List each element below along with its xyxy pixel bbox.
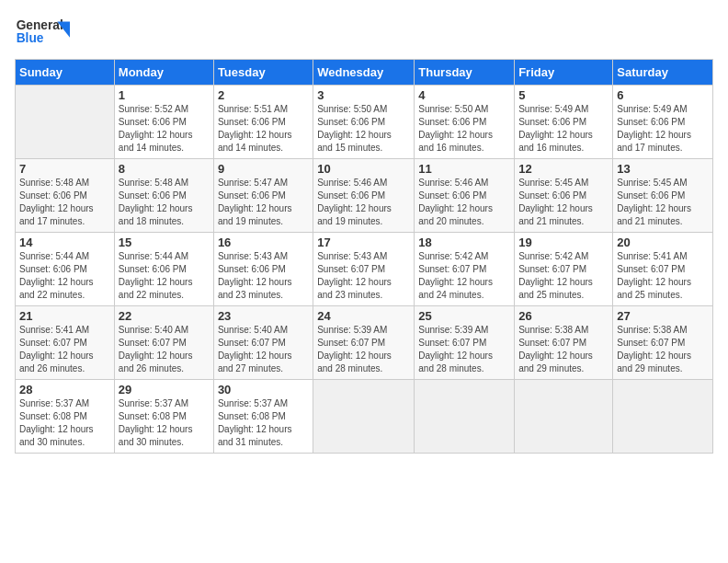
day-number: 9 <box>218 162 309 176</box>
day-info: Sunrise: 5:51 AM Sunset: 6:06 PM Dayligh… <box>218 103 309 155</box>
day-cell: 21Sunrise: 5:41 AM Sunset: 6:07 PM Dayli… <box>16 306 115 380</box>
day-cell: 9Sunrise: 5:47 AM Sunset: 6:06 PM Daylig… <box>213 159 313 233</box>
logo-icon: General Blue <box>15 15 70 52</box>
day-cell: 26Sunrise: 5:38 AM Sunset: 6:07 PM Dayli… <box>515 306 613 380</box>
day-info: Sunrise: 5:38 AM Sunset: 6:07 PM Dayligh… <box>617 324 709 375</box>
day-number: 17 <box>317 236 410 249</box>
day-number: 8 <box>119 162 210 176</box>
day-number: 23 <box>218 309 309 323</box>
day-info: Sunrise: 5:41 AM Sunset: 6:07 PM Dayligh… <box>19 324 110 375</box>
day-info: Sunrise: 5:49 AM Sunset: 6:06 PM Dayligh… <box>617 103 709 155</box>
day-number: 5 <box>518 88 609 102</box>
day-info: Sunrise: 5:48 AM Sunset: 6:06 PM Dayligh… <box>119 177 210 228</box>
day-cell <box>613 380 713 454</box>
day-cell: 25Sunrise: 5:39 AM Sunset: 6:07 PM Dayli… <box>415 306 515 380</box>
day-number: 15 <box>119 236 210 249</box>
day-info: Sunrise: 5:40 AM Sunset: 6:07 PM Dayligh… <box>218 324 309 375</box>
day-number: 13 <box>617 162 709 176</box>
day-info: Sunrise: 5:42 AM Sunset: 6:07 PM Dayligh… <box>418 250 510 302</box>
day-cell: 18Sunrise: 5:42 AM Sunset: 6:07 PM Dayli… <box>415 233 515 306</box>
day-cell: 4Sunrise: 5:50 AM Sunset: 6:06 PM Daylig… <box>415 86 515 159</box>
calendar-table: SundayMondayTuesdayWednesdayThursdayFrid… <box>15 59 713 454</box>
day-cell <box>16 86 115 159</box>
day-cell: 16Sunrise: 5:43 AM Sunset: 6:06 PM Dayli… <box>213 233 313 306</box>
day-cell: 24Sunrise: 5:39 AM Sunset: 6:07 PM Dayli… <box>313 306 415 380</box>
day-cell: 20Sunrise: 5:41 AM Sunset: 6:07 PM Dayli… <box>613 233 713 306</box>
day-info: Sunrise: 5:37 AM Sunset: 6:08 PM Dayligh… <box>218 397 309 449</box>
day-info: Sunrise: 5:40 AM Sunset: 6:07 PM Dayligh… <box>119 324 210 375</box>
day-cell: 11Sunrise: 5:46 AM Sunset: 6:06 PM Dayli… <box>415 159 515 233</box>
header-cell-friday: Friday <box>515 60 613 86</box>
day-cell: 6Sunrise: 5:49 AM Sunset: 6:06 PM Daylig… <box>613 86 713 159</box>
week-row-2: 7Sunrise: 5:48 AM Sunset: 6:06 PM Daylig… <box>16 159 713 233</box>
day-info: Sunrise: 5:49 AM Sunset: 6:06 PM Dayligh… <box>518 103 609 155</box>
day-cell: 17Sunrise: 5:43 AM Sunset: 6:07 PM Dayli… <box>313 233 415 306</box>
day-info: Sunrise: 5:45 AM Sunset: 6:06 PM Dayligh… <box>617 177 709 228</box>
day-info: Sunrise: 5:41 AM Sunset: 6:07 PM Dayligh… <box>617 250 709 302</box>
day-number: 28 <box>19 383 110 396</box>
day-info: Sunrise: 5:46 AM Sunset: 6:06 PM Dayligh… <box>317 177 410 228</box>
day-number: 25 <box>418 309 510 323</box>
day-info: Sunrise: 5:39 AM Sunset: 6:07 PM Dayligh… <box>418 324 510 375</box>
day-number: 22 <box>119 309 210 323</box>
day-number: 19 <box>518 236 609 249</box>
day-info: Sunrise: 5:50 AM Sunset: 6:06 PM Dayligh… <box>317 103 410 155</box>
day-number: 2 <box>218 88 309 102</box>
day-cell: 30Sunrise: 5:37 AM Sunset: 6:08 PM Dayli… <box>213 380 313 454</box>
day-info: Sunrise: 5:42 AM Sunset: 6:07 PM Dayligh… <box>518 250 609 302</box>
day-number: 7 <box>19 162 110 176</box>
page-header: General Blue <box>15 15 713 52</box>
header-cell-sunday: Sunday <box>16 60 115 86</box>
day-number: 18 <box>418 236 510 249</box>
day-info: Sunrise: 5:38 AM Sunset: 6:07 PM Dayligh… <box>518 324 609 375</box>
day-info: Sunrise: 5:39 AM Sunset: 6:07 PM Dayligh… <box>317 324 410 375</box>
day-cell: 22Sunrise: 5:40 AM Sunset: 6:07 PM Dayli… <box>114 306 213 380</box>
day-number: 10 <box>317 162 410 176</box>
header-cell-tuesday: Tuesday <box>213 60 313 86</box>
day-cell: 8Sunrise: 5:48 AM Sunset: 6:06 PM Daylig… <box>114 159 213 233</box>
day-number: 3 <box>317 88 410 102</box>
week-row-5: 28Sunrise: 5:37 AM Sunset: 6:08 PM Dayli… <box>16 380 713 454</box>
header-row: SundayMondayTuesdayWednesdayThursdayFrid… <box>16 60 713 86</box>
header-cell-saturday: Saturday <box>613 60 713 86</box>
day-cell: 12Sunrise: 5:45 AM Sunset: 6:06 PM Dayli… <box>515 159 613 233</box>
day-cell: 1Sunrise: 5:52 AM Sunset: 6:06 PM Daylig… <box>114 86 213 159</box>
day-number: 14 <box>19 236 110 249</box>
day-info: Sunrise: 5:43 AM Sunset: 6:07 PM Dayligh… <box>317 250 410 302</box>
day-number: 27 <box>617 309 709 323</box>
day-info: Sunrise: 5:37 AM Sunset: 6:08 PM Dayligh… <box>119 397 210 449</box>
header-cell-thursday: Thursday <box>415 60 515 86</box>
day-info: Sunrise: 5:50 AM Sunset: 6:06 PM Dayligh… <box>418 103 510 155</box>
header-cell-monday: Monday <box>114 60 213 86</box>
day-cell: 3Sunrise: 5:50 AM Sunset: 6:06 PM Daylig… <box>313 86 415 159</box>
day-number: 1 <box>119 88 210 102</box>
day-info: Sunrise: 5:37 AM Sunset: 6:08 PM Dayligh… <box>19 397 110 449</box>
day-cell: 5Sunrise: 5:49 AM Sunset: 6:06 PM Daylig… <box>515 86 613 159</box>
day-cell: 2Sunrise: 5:51 AM Sunset: 6:06 PM Daylig… <box>213 86 313 159</box>
day-cell: 27Sunrise: 5:38 AM Sunset: 6:07 PM Dayli… <box>613 306 713 380</box>
day-number: 4 <box>418 88 510 102</box>
day-cell <box>313 380 415 454</box>
svg-text:General: General <box>17 18 63 32</box>
day-cell <box>515 380 613 454</box>
day-number: 29 <box>119 383 210 396</box>
day-number: 6 <box>617 88 709 102</box>
day-cell: 23Sunrise: 5:40 AM Sunset: 6:07 PM Dayli… <box>213 306 313 380</box>
day-info: Sunrise: 5:44 AM Sunset: 6:06 PM Dayligh… <box>19 250 110 302</box>
day-cell: 29Sunrise: 5:37 AM Sunset: 6:08 PM Dayli… <box>114 380 213 454</box>
day-cell: 14Sunrise: 5:44 AM Sunset: 6:06 PM Dayli… <box>16 233 115 306</box>
day-info: Sunrise: 5:48 AM Sunset: 6:06 PM Dayligh… <box>19 177 110 228</box>
day-number: 16 <box>218 236 309 249</box>
day-info: Sunrise: 5:46 AM Sunset: 6:06 PM Dayligh… <box>418 177 510 228</box>
day-info: Sunrise: 5:45 AM Sunset: 6:06 PM Dayligh… <box>518 177 609 228</box>
day-cell: 7Sunrise: 5:48 AM Sunset: 6:06 PM Daylig… <box>16 159 115 233</box>
day-cell: 13Sunrise: 5:45 AM Sunset: 6:06 PM Dayli… <box>613 159 713 233</box>
day-number: 21 <box>19 309 110 323</box>
day-info: Sunrise: 5:43 AM Sunset: 6:06 PM Dayligh… <box>218 250 309 302</box>
day-info: Sunrise: 5:47 AM Sunset: 6:06 PM Dayligh… <box>218 177 309 228</box>
day-number: 26 <box>518 309 609 323</box>
day-cell: 15Sunrise: 5:44 AM Sunset: 6:06 PM Dayli… <box>114 233 213 306</box>
svg-text:Blue: Blue <box>17 31 44 45</box>
week-row-4: 21Sunrise: 5:41 AM Sunset: 6:07 PM Dayli… <box>16 306 713 380</box>
day-info: Sunrise: 5:52 AM Sunset: 6:06 PM Dayligh… <box>119 103 210 155</box>
